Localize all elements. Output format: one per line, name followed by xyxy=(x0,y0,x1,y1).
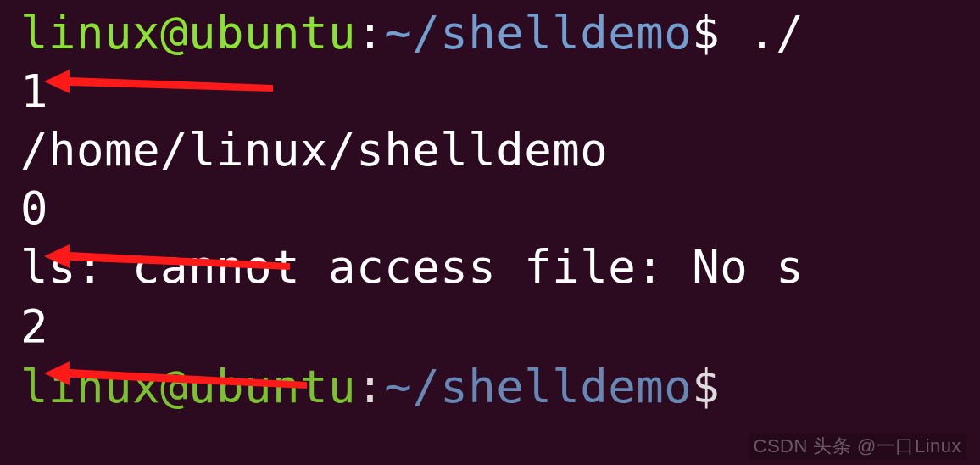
output-line: /home/linux/shelldemo xyxy=(20,120,980,179)
prompt-path: ~/shelldemo xyxy=(384,360,692,413)
prompt-command: $ ./ xyxy=(692,6,804,59)
prompt-sep: : xyxy=(356,6,384,59)
output-text: 2 xyxy=(20,300,48,353)
watermark-text: CSDN 头条 @一口Linux xyxy=(749,433,967,460)
prompt-sep: : xyxy=(356,360,384,413)
output-text: ls: cannot access file: No s xyxy=(20,240,804,294)
output-line: 0 xyxy=(20,179,980,238)
output-line: 2 xyxy=(20,297,980,356)
output-line: 1 xyxy=(20,62,980,120)
prompt-user: linux@ubuntu xyxy=(20,360,356,413)
terminal-output: linux@ubuntu:~/shelldemo$ ./ 1 /home/lin… xyxy=(0,0,980,416)
prompt-dollar: $ xyxy=(692,360,720,413)
prompt-line: linux@ubuntu:~/shelldemo$ ./ xyxy=(20,3,980,62)
prompt-path: ~/shelldemo xyxy=(384,6,692,59)
output-text: /home/linux/shelldemo xyxy=(20,123,608,176)
prompt-user: linux@ubuntu xyxy=(20,6,356,59)
output-line: ls: cannot access file: No s xyxy=(20,238,980,296)
output-text: 0 xyxy=(20,182,48,235)
prompt-line: linux@ubuntu:~/shelldemo$ xyxy=(20,357,980,416)
output-text: 1 xyxy=(20,64,48,118)
